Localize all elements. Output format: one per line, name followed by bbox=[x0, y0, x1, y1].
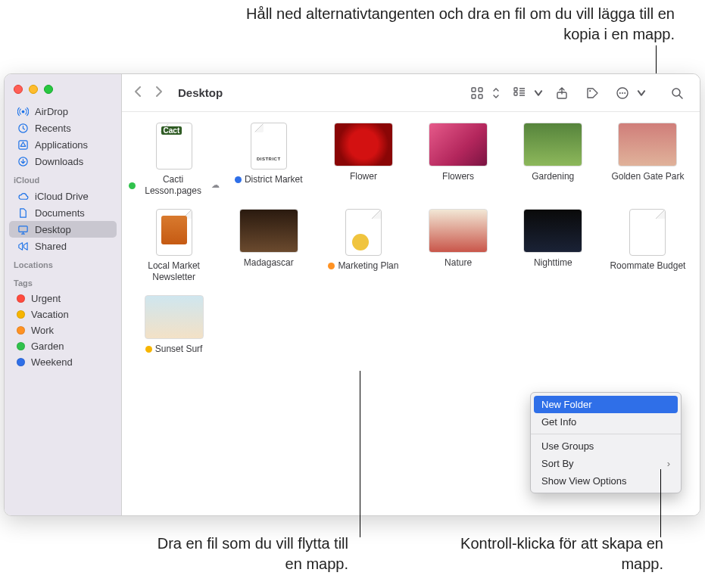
sidebar-item-applications[interactable]: Applications bbox=[5, 136, 121, 153]
context-menu-label: Show View Options bbox=[541, 475, 627, 487]
group-by-control[interactable] bbox=[507, 83, 544, 103]
forward-button[interactable] bbox=[154, 86, 164, 100]
svg-point-16 bbox=[589, 90, 591, 92]
file-name: Local Market Newsletter bbox=[129, 260, 220, 283]
file-item[interactable]: Sunset Surf bbox=[128, 295, 220, 355]
sidebar-section-icloud: iCloud bbox=[5, 170, 121, 188]
context-menu-item-get-info[interactable]: Get Info bbox=[531, 413, 681, 431]
sidebar-item-label: Downloads bbox=[35, 156, 83, 167]
sidebar-item-recents[interactable]: Recents bbox=[5, 120, 121, 136]
back-button[interactable] bbox=[133, 86, 143, 100]
sidebar-tag-label: Work bbox=[31, 325, 54, 336]
sidebar-tag-work[interactable]: Work bbox=[5, 322, 121, 338]
file-thumbnail bbox=[145, 295, 204, 339]
file-item[interactable]: Nighttime bbox=[507, 209, 599, 283]
sidebar: AirDropRecentsApplicationsDownloads iClo… bbox=[5, 74, 122, 515]
tag-dot-icon bbox=[328, 263, 335, 269]
view-mode-chevrons-icon bbox=[491, 83, 501, 103]
file-label: Golden Gate Park bbox=[611, 171, 684, 182]
file-name: Marketing Plan bbox=[338, 260, 398, 272]
context-menu-item-show-view-options[interactable]: Show View Options bbox=[531, 472, 681, 490]
close-button[interactable] bbox=[14, 85, 23, 94]
file-thumbnail bbox=[239, 209, 298, 253]
minimize-button[interactable] bbox=[29, 85, 38, 94]
sidebar-tag-label: Vacation bbox=[31, 309, 69, 320]
file-item[interactable]: Flowers bbox=[412, 123, 504, 197]
tag-dot-icon bbox=[235, 176, 242, 183]
context-menu-item-new-folder[interactable]: New Folder bbox=[534, 396, 678, 413]
desktop-icon bbox=[17, 223, 29, 235]
context-menu-label: Use Groups bbox=[541, 440, 594, 452]
apps-icon bbox=[17, 138, 29, 151]
toolbar: Desktop bbox=[122, 74, 700, 112]
more-actions-button[interactable] bbox=[610, 83, 647, 103]
file-thumbnail bbox=[334, 123, 393, 166]
file-label: Flowers bbox=[442, 171, 474, 182]
sidebar-tag-urgent[interactable]: Urgent bbox=[5, 291, 121, 306]
tags-button[interactable] bbox=[580, 83, 604, 103]
sidebar-item-icloud-drive[interactable]: iCloud Drive bbox=[5, 188, 121, 204]
tag-dot-icon bbox=[17, 358, 25, 366]
sidebar-item-documents[interactable]: Documents bbox=[5, 204, 121, 221]
sidebar-item-label: Desktop bbox=[35, 224, 71, 235]
svg-rect-10 bbox=[514, 92, 517, 95]
sidebar-section-tags: Tags bbox=[5, 272, 121, 291]
svg-line-22 bbox=[679, 95, 682, 98]
view-mode-control[interactable] bbox=[465, 83, 501, 103]
chevron-down-icon bbox=[636, 83, 647, 103]
airdrop-icon bbox=[17, 105, 29, 117]
context-menu-item-use-groups[interactable]: Use Groups bbox=[531, 437, 681, 455]
file-item[interactable]: Cacti Lesson.pages ☁︎ bbox=[128, 123, 220, 197]
share-button[interactable] bbox=[550, 83, 574, 103]
svg-point-19 bbox=[622, 92, 623, 94]
sidebar-item-desktop[interactable]: Desktop bbox=[9, 221, 117, 238]
sidebar-tag-label: Garden bbox=[31, 341, 64, 352]
file-item[interactable]: District Market bbox=[223, 123, 314, 197]
file-item[interactable]: Roommate Budget bbox=[602, 209, 694, 283]
window-title: Desktop bbox=[178, 86, 223, 99]
doc-icon bbox=[17, 207, 29, 219]
context-menu-label: Sort By bbox=[541, 458, 574, 469]
file-item[interactable]: Marketing Plan bbox=[317, 209, 409, 283]
svg-point-20 bbox=[624, 92, 625, 94]
file-name: Flowers bbox=[442, 171, 474, 182]
file-item[interactable]: Madagascar bbox=[223, 209, 314, 283]
sidebar-item-label: iCloud Drive bbox=[35, 191, 89, 202]
sidebar-item-downloads[interactable]: Downloads bbox=[5, 153, 121, 170]
svg-rect-4 bbox=[18, 226, 27, 232]
file-item[interactable]: Golden Gate Park bbox=[602, 123, 694, 197]
main-area: Desktop bbox=[122, 74, 700, 515]
file-label: District Market bbox=[235, 174, 303, 185]
sidebar-tag-garden[interactable]: Garden bbox=[5, 338, 121, 354]
file-label: Madagascar bbox=[244, 257, 294, 269]
sidebar-item-shared[interactable]: Shared bbox=[5, 238, 121, 254]
maximize-button[interactable] bbox=[44, 85, 53, 94]
file-name: Nighttime bbox=[534, 257, 572, 269]
context-menu-separator bbox=[531, 434, 681, 434]
file-label: Gardening bbox=[532, 171, 574, 182]
context-menu-item-sort-by[interactable]: Sort By› bbox=[531, 455, 681, 472]
sidebar-item-airdrop[interactable]: AirDrop bbox=[5, 103, 121, 120]
file-thumbnail bbox=[523, 209, 582, 253]
file-item[interactable]: Local Market Newsletter bbox=[128, 209, 220, 283]
svg-point-0 bbox=[21, 110, 24, 113]
file-item[interactable]: Gardening bbox=[507, 123, 599, 197]
file-item[interactable]: Flower bbox=[317, 123, 409, 197]
sidebar-tag-vacation[interactable]: Vacation bbox=[5, 306, 121, 322]
sidebar-section-locations: Locations bbox=[5, 254, 121, 272]
file-label: Marketing Plan bbox=[328, 260, 398, 272]
file-grid-area[interactable]: Cacti Lesson.pages ☁︎District MarketFlow… bbox=[122, 112, 700, 515]
callout-line-bottom-right bbox=[660, 469, 661, 537]
file-thumbnail bbox=[251, 123, 287, 170]
search-button[interactable] bbox=[665, 83, 689, 103]
ellipsis-circle-icon bbox=[610, 83, 635, 103]
sidebar-item-label: AirDrop bbox=[35, 106, 68, 117]
sidebar-tag-weekend[interactable]: Weekend bbox=[5, 354, 121, 370]
sidebar-item-label: Recents bbox=[35, 123, 71, 134]
svg-rect-8 bbox=[479, 95, 482, 98]
file-item[interactable]: Nature bbox=[412, 209, 504, 283]
shared-icon bbox=[17, 240, 29, 252]
file-name: Cacti Lesson.pages bbox=[139, 174, 208, 197]
sidebar-item-label: Shared bbox=[35, 241, 67, 252]
cloud-download-icon: ☁︎ bbox=[211, 180, 220, 191]
